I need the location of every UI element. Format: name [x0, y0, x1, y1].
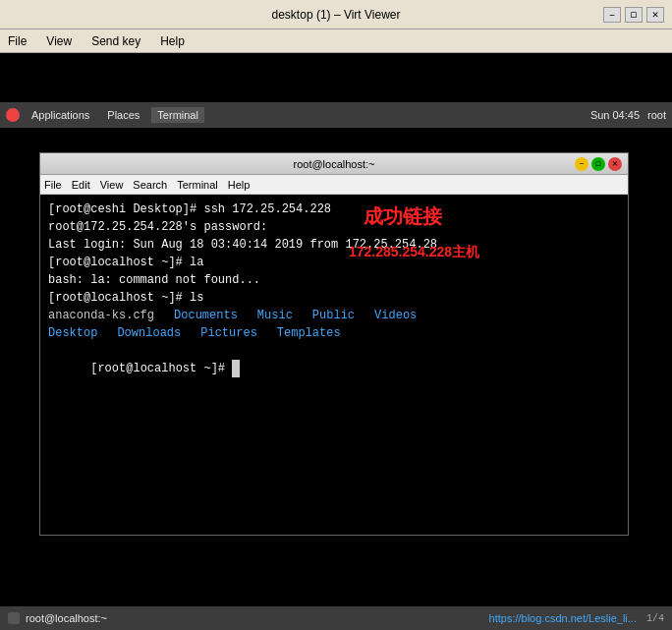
bottom-black-area	[0, 547, 672, 606]
ls-output-row2: Desktop Downloads Pictures Templates	[48, 324, 620, 342]
ls-col2-r1: Documents	[174, 307, 238, 324]
annotation-host: 172.285.254.228主机	[349, 244, 479, 261]
ls-col2-r2: Downloads	[117, 324, 181, 342]
close-button[interactable]: ✕	[646, 7, 664, 23]
annotation-success: 成功链接	[364, 203, 442, 230]
gnome-terminal[interactable]: Terminal	[151, 107, 204, 123]
gnome-applications[interactable]: Applications	[26, 107, 95, 123]
terminal-line-4: [root@localhost ~]# la	[48, 254, 620, 271]
gnome-panel-left: Applications Places Terminal	[6, 107, 204, 123]
terminal-maximize[interactable]: ◻	[591, 157, 605, 171]
term-menu-view[interactable]: View	[100, 179, 124, 191]
line2-text: root@172.25.254.228's password:	[48, 220, 267, 234]
term-menu-edit[interactable]: Edit	[72, 179, 90, 191]
terminal-close[interactable]: ✕	[608, 157, 622, 171]
ls-col4-r2: Templates	[277, 324, 341, 342]
ls-col1-r2: Desktop	[48, 324, 97, 342]
virt-titlebar-controls: – ◻ ✕	[603, 7, 664, 23]
term-menu-search[interactable]: Search	[133, 179, 167, 191]
terminal-menubar: File Edit View Search Terminal Help	[40, 175, 628, 195]
gnome-time: Sun 04:45	[590, 109, 640, 121]
virt-titlebar-title: desktop (1) – Virt Viewer	[272, 8, 401, 22]
terminal-status-icon	[8, 612, 20, 624]
minimize-button[interactable]: –	[603, 7, 621, 23]
menu-file[interactable]: File	[4, 32, 30, 50]
terminal-minimize[interactable]: –	[575, 157, 588, 171]
gnome-user: root	[647, 109, 666, 121]
menu-sendkey[interactable]: Send key	[87, 32, 144, 50]
bottom-right: https://blog.csdn.net/Leslie_li... 1/4	[489, 612, 664, 624]
term-menu-file[interactable]: File	[44, 179, 62, 191]
terminal-cursor-line: [root@localhost ~]#	[48, 342, 620, 395]
cursor-prompt: [root@localhost ~]#	[90, 362, 232, 375]
term-menu-terminal[interactable]: Terminal	[177, 179, 218, 191]
bottom-status-bar: root@localhost:~ https://blog.csdn.net/L…	[0, 606, 672, 630]
line5-text: bash: la: command not found...	[48, 273, 260, 287]
terminal-window-controls: – ◻ ✕	[575, 157, 622, 171]
terminal-line-2: root@172.25.254.228's password:	[48, 218, 620, 236]
ls-col4-r1: Public	[312, 307, 355, 324]
menu-view[interactable]: View	[42, 32, 76, 50]
ls-col5-r1: Videos	[374, 307, 417, 324]
gnome-panel: Applications Places Terminal Sun 04:45 r…	[0, 102, 672, 128]
ls-col3-r2: Pictures	[200, 324, 257, 342]
virt-titlebar: desktop (1) – Virt Viewer – ◻ ✕	[0, 0, 672, 29]
gnome-app-icon	[6, 108, 20, 122]
terminal-title: root@localhost:~	[293, 158, 374, 170]
bottom-url: https://blog.csdn.net/Leslie_li...	[489, 612, 637, 624]
terminal-titlebar: root@localhost:~ – ◻ ✕	[40, 153, 628, 175]
page-indicator: 1/4	[646, 613, 664, 624]
terminal-window: root@localhost:~ – ◻ ✕ File Edit View Se…	[39, 152, 629, 536]
virtual-screen-top	[0, 53, 672, 102]
bottom-left: root@localhost:~	[8, 612, 107, 624]
terminal-line-5: bash: la: command not found...	[48, 271, 620, 289]
menu-help[interactable]: Help	[156, 32, 189, 50]
line4-text: [root@localhost ~]# la	[48, 256, 203, 269]
bottom-terminal-label: root@localhost:~	[26, 612, 107, 624]
terminal-line-6: [root@localhost ~]# ls	[48, 289, 620, 307]
terminal-line-3: Last login: Sun Aug 18 03:40:14 2019 fro…	[48, 236, 620, 254]
line6-text: [root@localhost ~]# ls	[48, 291, 203, 305]
maximize-button[interactable]: ◻	[625, 7, 643, 23]
virt-viewer-menubar: File View Send key Help	[0, 29, 672, 53]
gnome-places[interactable]: Places	[101, 107, 145, 123]
terminal-line-1: [root@ceshi Desktop]# ssh 172.25.254.228	[48, 200, 620, 218]
ls-col3-r1: Music	[257, 307, 293, 324]
terminal-body[interactable]: [root@ceshi Desktop]# ssh 172.25.254.228…	[40, 195, 628, 535]
term-menu-help[interactable]: Help	[228, 179, 251, 191]
ls-col1-r1: anaconda-ks.cfg	[48, 307, 154, 324]
line1-text: [root@ceshi Desktop]# ssh 172.25.254.228	[48, 202, 331, 216]
gnome-panel-right: Sun 04:45 root	[590, 109, 666, 121]
ls-output-row1: anaconda-ks.cfg Documents Music Public V…	[48, 307, 620, 324]
